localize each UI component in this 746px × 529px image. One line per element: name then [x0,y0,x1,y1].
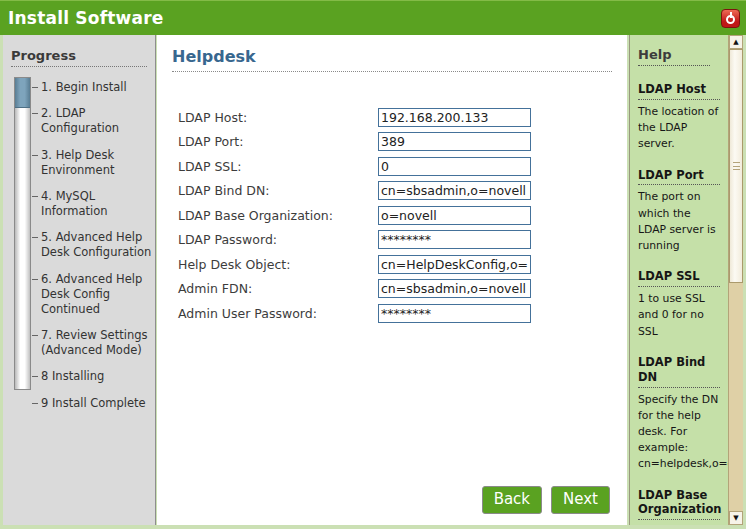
help-section-ldap-bind-dn: LDAP Bind DN Specify the DN for the help… [638,355,720,473]
progress-step-1: 1. Begin Install [41,80,153,95]
progress-step-8: 8 Installing [41,369,153,384]
help-desk-object-input[interactable] [378,255,531,274]
progress-step-2: 2. LDAP Configuration [41,106,153,136]
help-section-body: Specify the DN for the help desk. For ex… [638,392,720,473]
help-content: Help LDAP Host The location of the LDAP … [629,35,728,525]
progress-step-6: 6. Advanced Help Desk Config Continued [41,272,153,318]
form-row: LDAP Base Organization: [172,203,612,228]
help-panel: Help LDAP Host The location of the LDAP … [629,35,743,525]
ldap-password-input[interactable] [378,230,531,249]
progress-heading: Progress [11,48,147,67]
help-section-ldap-ssl: LDAP SSL 1 to use SSL and 0 for no SSL [638,269,720,340]
progress-bar-fill [15,78,30,108]
progress-steps-list: 1. Begin Install 2. LDAP Configuration 3… [41,80,153,422]
ldap-ssl-label: LDAP SSL: [178,159,378,174]
power-glyph-stem [730,12,732,18]
help-section-title: LDAP Host [638,82,720,100]
form-row: LDAP SSL: [172,154,612,179]
progress-step-7: 7. Review Settings (Advanced Mode) [41,328,153,358]
page-title: Helpdesk [172,47,612,72]
main-content: Helpdesk LDAP Host: LDAP Port: LDAP SSL:… [157,35,627,525]
help-section-title: LDAP Bind DN [638,355,720,388]
ldap-base-org-label: LDAP Base Organization: [178,208,378,223]
ldap-host-input[interactable] [378,108,531,127]
admin-fdn-label: Admin FDN: [178,281,378,296]
form-row: Admin FDN: [172,277,612,302]
ldap-base-org-input[interactable] [378,206,531,225]
progress-step-3: 3. Help Desk Environment [41,148,153,178]
help-scrollbar[interactable]: ▲ ▼ [728,35,743,525]
help-section-ldap-host: LDAP Host The location of the LDAP serve… [638,82,720,153]
scrollbar-grip [733,162,740,170]
title-bar: Install Software [0,0,746,35]
ldap-bind-dn-label: LDAP Bind DN: [178,183,378,198]
ldap-host-label: LDAP Host: [178,110,378,125]
admin-fdn-input[interactable] [378,279,531,298]
admin-user-password-label: Admin User Password: [178,306,378,321]
ldap-port-input[interactable] [378,132,531,151]
help-section-title: LDAP Base Organization [638,488,720,521]
help-section-title: LDAP Port [638,168,720,186]
scroll-down-icon[interactable]: ▼ [729,511,743,525]
ldap-bind-dn-input[interactable] [378,181,531,200]
progress-step-4: 4. MySQL Information [41,189,153,219]
form-row: Admin User Password: [172,301,612,326]
form-row: LDAP Password: [172,228,612,253]
form-row: LDAP Bind DN: [172,179,612,204]
form-row: Help Desk Object: [172,252,612,277]
help-section-body: The location of the LDAP server. [638,104,720,153]
helpdesk-form: LDAP Host: LDAP Port: LDAP SSL: LDAP Bin… [172,105,612,326]
next-button[interactable]: Next [551,486,610,514]
help-heading: Help [638,47,710,66]
form-row: LDAP Host: [172,105,612,130]
window-title: Install Software [8,8,163,28]
help-section-title: LDAP SSL [638,269,720,287]
help-section-body: The organization in the LDAP tree. For e… [638,524,720,525]
help-section-ldap-base-org: LDAP Base Organization The organization … [638,488,720,526]
progress-step-9: 9 Install Complete [41,396,153,411]
scrollbar-thumb[interactable] [729,49,743,283]
ldap-port-label: LDAP Port: [178,134,378,149]
help-section-body: The port on which the LDAP server is run… [638,189,720,254]
back-button[interactable]: Back [482,486,542,514]
help-section-ldap-port: LDAP Port The port on which the LDAP ser… [638,168,720,255]
progress-step-5: 5. Advanced Help Desk Configuration [41,230,153,260]
help-section-body: 1 to use SSL and 0 for no SSL [638,291,720,340]
progress-bar [14,77,31,390]
power-icon[interactable] [721,9,740,28]
form-row: LDAP Port: [172,130,612,155]
progress-sidebar: Progress 1. Begin Install 2. LDAP Config… [3,35,156,525]
ldap-password-label: LDAP Password: [178,232,378,247]
admin-user-password-input[interactable] [378,304,531,323]
help-desk-object-label: Help Desk Object: [178,257,378,272]
scroll-up-icon[interactable]: ▲ [729,35,743,49]
ldap-ssl-input[interactable] [378,157,531,176]
